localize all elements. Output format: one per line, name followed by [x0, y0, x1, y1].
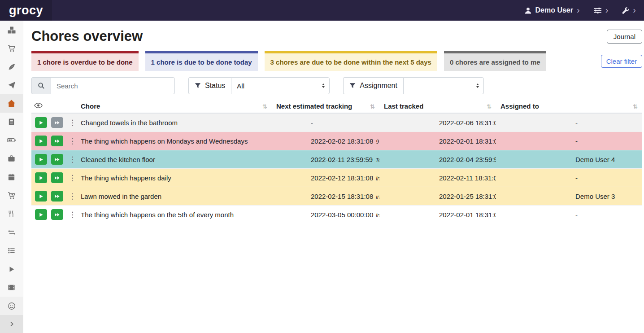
- chore-name: The thing which happens on the 5th of ev…: [81, 211, 234, 219]
- column-header-chore[interactable]: Chore ⇅: [76, 100, 272, 113]
- manage-menu[interactable]: ›: [593, 7, 609, 14]
- row-menu-button[interactable]: ⋮: [67, 137, 76, 145]
- sidebar-item-exchange[interactable]: [0, 223, 23, 241]
- sidebar-item-utensils[interactable]: [0, 205, 23, 223]
- skip-chore-button[interactable]: [51, 209, 63, 220]
- track-chore-button[interactable]: [35, 136, 47, 146]
- sort-icon: ⇅: [370, 103, 375, 110]
- sidebar-item-battery[interactable]: [0, 131, 23, 149]
- status-filter-label: Status: [188, 77, 231, 94]
- sidebar-item-play[interactable]: [0, 260, 23, 278]
- row-menu-button[interactable]: ⋮: [67, 119, 76, 127]
- chevron-right-icon: [8, 320, 15, 328]
- paper-plane-icon: [8, 81, 16, 89]
- row-menu-button[interactable]: ⋮: [67, 211, 76, 219]
- chevron-right-icon: ›: [633, 5, 636, 14]
- status-filter: Status All: [188, 77, 330, 94]
- next-tracking-relative: in a day: [376, 175, 379, 182]
- skip-chore-button[interactable]: [51, 136, 63, 146]
- chevron-right-icon: ›: [577, 5, 580, 14]
- column-header-next-tracking[interactable]: Next estimated tracking ⇅: [272, 100, 379, 113]
- assigned-to-value: -: [575, 137, 578, 145]
- skip-chore-button[interactable]: [51, 117, 63, 128]
- sidebar-item-calendar[interactable]: [0, 168, 23, 186]
- settings-menu[interactable]: ›: [622, 7, 636, 14]
- filter-card-overdue[interactable]: 1 chore is overdue to be done: [31, 51, 139, 71]
- sidebar-item-boxes[interactable]: [0, 21, 23, 39]
- main-content: Chores overview Journal 1 chore is overd…: [23, 0, 644, 223]
- film-icon: [8, 284, 15, 291]
- select-arrows-icon: [322, 83, 325, 88]
- sidebar-item-shopping-cart[interactable]: [0, 39, 23, 57]
- status-filter-select[interactable]: All: [231, 77, 330, 94]
- filter-card-text: 0 chores are assigned to me: [450, 58, 540, 66]
- fast-forward-icon: [54, 212, 60, 217]
- sidebar-item-feather[interactable]: [0, 57, 23, 76]
- row-menu-button[interactable]: ⋮: [67, 156, 76, 163]
- chevron-right-icon: ›: [605, 5, 609, 14]
- fast-forward-icon: [54, 175, 60, 180]
- skip-chore-button[interactable]: [51, 191, 63, 202]
- wrench-icon: [622, 7, 629, 14]
- fast-forward-icon: [54, 157, 60, 162]
- next-tracking-value: 2022-03-05 00:00:00: [311, 211, 373, 219]
- chore-row: ⋮ Changed towels in the bathroom - 2022-…: [31, 113, 642, 132]
- battery-icon: [7, 136, 16, 145]
- sidebar: [0, 21, 23, 333]
- clipboard-list-icon: [8, 118, 15, 126]
- play-icon: [39, 175, 44, 180]
- next-tracking-value: 2022-02-02 18:31:08: [311, 137, 373, 145]
- sidebar-item-list[interactable]: [0, 241, 23, 260]
- sidebar-item-clipboard-list[interactable]: [0, 113, 23, 131]
- last-tracked-value: 2022-02-01 18:31:08: [439, 137, 496, 145]
- track-chore-button[interactable]: [35, 172, 47, 183]
- chore-row: ⋮ The thing which happens on Mondays and…: [31, 132, 642, 150]
- sidebar-item-house[interactable]: [0, 94, 23, 113]
- filter-card-text: 1 chore is overdue to be done: [37, 58, 133, 66]
- chore-name: Changed towels in the bathroom: [81, 119, 178, 127]
- status-selected-value: All: [237, 82, 244, 90]
- track-chore-button[interactable]: [35, 209, 47, 220]
- skip-chore-button[interactable]: [51, 154, 63, 165]
- chore-name: The thing which happens daily: [81, 174, 171, 182]
- filter-card-due-today[interactable]: 1 chore is due to be done today: [145, 51, 258, 71]
- sidebar-item-briefcase[interactable]: [0, 149, 23, 168]
- app-logo[interactable]: grocy: [0, 0, 52, 21]
- filter-card-assigned-me[interactable]: 0 chores are assigned to me: [444, 51, 546, 71]
- chore-row: ⋮ The thing which happens on the 5th of …: [31, 206, 642, 224]
- fast-forward-icon: [54, 194, 60, 199]
- sliders-icon: [593, 7, 602, 14]
- sidebar-item-smiley[interactable]: [0, 297, 23, 315]
- assignment-filter-select[interactable]: [403, 77, 484, 94]
- last-tracked-value: 2022-02-06 18:31:08: [439, 119, 496, 127]
- row-menu-button[interactable]: ⋮: [67, 174, 76, 182]
- select-arrows-icon: [476, 83, 479, 88]
- sidebar-item-film[interactable]: [0, 278, 23, 297]
- sidebar-item-cart-plus[interactable]: [0, 186, 23, 205]
- search-icon-box: [31, 77, 51, 94]
- track-chore-button[interactable]: [35, 191, 47, 202]
- track-chore-button[interactable]: [35, 117, 47, 128]
- journal-button[interactable]: Journal: [607, 30, 642, 44]
- sidebar-expand-toggle[interactable]: [0, 315, 23, 333]
- chore-row: ⋮ Cleaned the kitchen floor 2022-02-11 2…: [31, 150, 642, 169]
- next-tracking-relative: 9 days ago: [376, 139, 379, 145]
- play-icon: [39, 120, 44, 125]
- clear-filter-button[interactable]: Clear filter: [601, 55, 642, 68]
- last-tracked-value: 2022-01-25 18:31:08: [439, 193, 496, 200]
- funnel-icon: [349, 83, 356, 89]
- sidebar-item-paper-plane[interactable]: [0, 76, 23, 94]
- row-menu-button[interactable]: ⋮: [67, 193, 76, 200]
- table-header-row: Chore ⇅ Next estimated tracking ⇅ Last t…: [31, 100, 642, 113]
- filter-card-due-soon[interactable]: 3 chores are due to be done within the n…: [265, 51, 437, 71]
- sort-icon: ⇅: [633, 103, 638, 110]
- user-menu[interactable]: Demo User ›: [524, 6, 580, 14]
- search-icon: [38, 82, 45, 89]
- last-tracked-value: 2022-02-01 18:31:08: [439, 211, 496, 219]
- column-header-last-tracked[interactable]: Last tracked ⇅: [379, 100, 496, 113]
- column-visibility-header[interactable]: [31, 100, 76, 113]
- search-input[interactable]: [51, 77, 175, 94]
- skip-chore-button[interactable]: [51, 172, 63, 183]
- column-header-assigned-to[interactable]: Assigned to ⇅: [496, 100, 642, 113]
- track-chore-button[interactable]: [35, 154, 47, 165]
